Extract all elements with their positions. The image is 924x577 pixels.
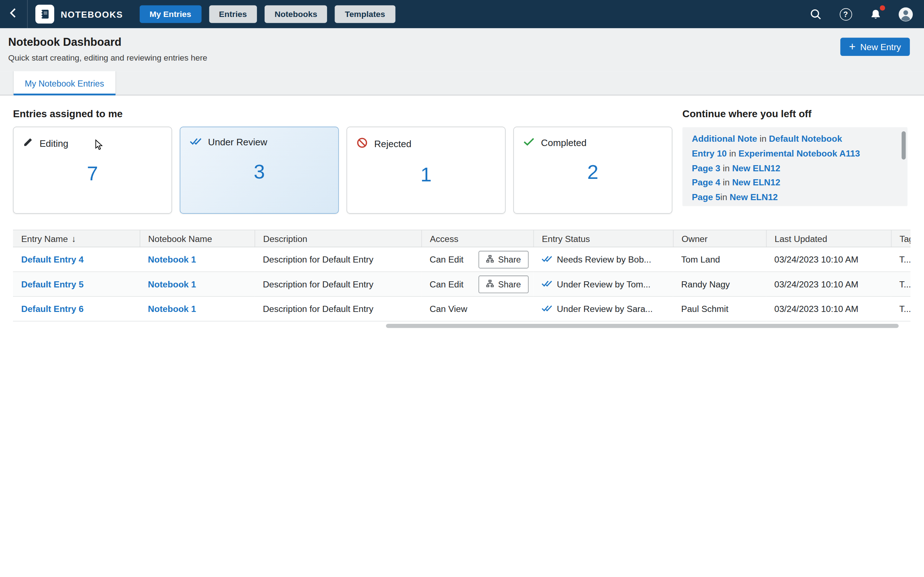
- share-icon: [486, 255, 494, 264]
- card-editing[interactable]: Editing 7: [13, 127, 172, 214]
- continue-notebook-link[interactable]: Default Notebook: [769, 134, 842, 144]
- panel-scrollbar-thumb[interactable]: [901, 131, 906, 160]
- card-completed-header: Completed: [523, 137, 662, 148]
- main-content: Entries assigned to me Editing 7: [0, 108, 924, 329]
- app-window: NOTEBOOKS My Entries Entries Notebooks T…: [0, 0, 924, 577]
- continue-item: Page 3 in New ELN12: [692, 161, 898, 176]
- continue-notebook-link[interactable]: Experimental Notebook A113: [738, 148, 860, 158]
- nav-tab-my-entries[interactable]: My Entries: [139, 5, 201, 23]
- navbar-tabs: My Entries Entries Notebooks Templates: [139, 5, 395, 23]
- page-subtitle: Quick start creating, editing and review…: [8, 53, 207, 62]
- notebook-app-icon: [36, 5, 54, 23]
- last-updated-cell: 03/24/2023 10:10 AM: [766, 297, 891, 321]
- column-header-tags[interactable]: Tags: [891, 230, 911, 247]
- review-status-icon: [541, 254, 552, 264]
- pencil-icon: [23, 137, 33, 149]
- continue-notebook-link[interactable]: New ELN12: [732, 177, 780, 187]
- continue-entry-link[interactable]: Additional Note: [692, 134, 757, 144]
- column-header-notebook-name[interactable]: Notebook Name: [140, 230, 254, 247]
- continue-section: Continue where you left off Additional N…: [683, 108, 908, 213]
- column-header-access[interactable]: Access: [421, 230, 533, 247]
- assigned-heading: Entries assigned to me: [13, 108, 672, 120]
- entry-status-text: Under Review by Tom...: [557, 279, 651, 289]
- check-icon: [523, 137, 535, 148]
- card-editing-header: Editing: [23, 137, 162, 149]
- continue-notebook-link[interactable]: New ELN12: [732, 163, 780, 173]
- card-completed[interactable]: Completed 2: [513, 127, 672, 214]
- page-header-text: Notebook Dashboard Quick start creating,…: [8, 36, 207, 62]
- column-header-description[interactable]: Description: [254, 230, 421, 247]
- search-icon[interactable]: [808, 6, 823, 22]
- continue-entry-link[interactable]: Page 5: [692, 192, 720, 202]
- nav-tab-entries[interactable]: Entries: [209, 5, 257, 23]
- nav-tab-templates[interactable]: Templates: [335, 5, 395, 23]
- page-title: Notebook Dashboard: [8, 36, 207, 49]
- status-cards: Editing 7 Under Review 3: [13, 127, 672, 214]
- continue-heading: Continue where you left off: [683, 108, 908, 120]
- entry-name-link[interactable]: Default Entry 5: [21, 279, 84, 289]
- continue-item: Additional Note in Default Notebook: [692, 132, 898, 147]
- access-level: Can View: [430, 304, 467, 314]
- access-level: Can Edit: [430, 254, 464, 264]
- notebook-name-link[interactable]: Notebook 1: [148, 254, 196, 264]
- share-label: Share: [498, 279, 521, 289]
- column-header-entry-status[interactable]: Entry Status: [533, 230, 673, 247]
- column-header-owner[interactable]: Owner: [673, 230, 766, 247]
- table-row: Default Entry 5 Notebook 1 Description f…: [13, 272, 911, 297]
- owner-cell: Randy Nagy: [673, 272, 766, 297]
- card-under-review-header: Under Review: [190, 137, 329, 148]
- horizontal-scrollbar-thumb[interactable]: [386, 324, 898, 328]
- continue-notebook-link[interactable]: New ELN12: [730, 192, 778, 202]
- entry-name-link[interactable]: Default Entry 4: [21, 254, 84, 264]
- continue-panel: Additional Note in Default Notebook Entr…: [683, 127, 908, 206]
- continue-entry-link[interactable]: Page 4: [692, 177, 720, 187]
- tags-cell: T...: [891, 247, 911, 272]
- card-editing-label: Editing: [39, 138, 68, 148]
- entry-name-header-label: Entry Name: [21, 233, 68, 243]
- share-button[interactable]: Share: [478, 275, 528, 293]
- help-glyph: ?: [843, 10, 848, 18]
- help-icon[interactable]: ?: [838, 6, 853, 22]
- review-status-icon: [541, 279, 552, 289]
- card-under-review-label: Under Review: [208, 137, 267, 148]
- notification-badge-dot: [880, 5, 885, 11]
- column-header-last-updated[interactable]: Last Updated: [766, 230, 891, 247]
- continue-connector: in: [720, 192, 730, 202]
- card-rejected[interactable]: Rejected 1: [347, 127, 506, 214]
- card-under-review-count: 3: [190, 160, 329, 183]
- description-cell: Description for Default Entry: [254, 297, 421, 321]
- navbar-actions: ?: [808, 6, 924, 22]
- entry-name-link[interactable]: Default Entry 6: [21, 304, 84, 314]
- card-under-review[interactable]: Under Review 3: [180, 127, 339, 214]
- tab-my-notebook-entries[interactable]: My Notebook Entries: [13, 71, 116, 95]
- last-updated-cell: 03/24/2023 10:10 AM: [766, 247, 891, 272]
- new-entry-button[interactable]: + New Entry: [840, 37, 910, 56]
- back-button[interactable]: [0, 0, 28, 28]
- owner-cell: Paul Schmit: [673, 297, 766, 321]
- notebook-name-link[interactable]: Notebook 1: [148, 279, 196, 289]
- plus-icon: +: [849, 41, 855, 52]
- entry-status-text: Under Review by Sara...: [557, 304, 653, 314]
- sort-desc-icon: ↓: [71, 233, 76, 243]
- description-cell: Description for Default Entry: [254, 247, 421, 272]
- continue-entry-link[interactable]: Entry 10: [692, 148, 727, 158]
- entry-status-text: Needs Review by Bob...: [557, 254, 651, 264]
- entries-table: Entry Name↓ Notebook Name Description Ac…: [13, 230, 911, 329]
- continue-item: Entry 10 in Experimental Notebook A113: [692, 147, 898, 161]
- continue-entry-link[interactable]: Page 3: [692, 163, 720, 173]
- double-check-icon: [190, 137, 202, 148]
- prohibited-icon: [357, 137, 368, 151]
- column-header-entry-name[interactable]: Entry Name↓: [13, 230, 140, 247]
- card-completed-label: Completed: [541, 137, 586, 148]
- user-avatar[interactable]: [898, 6, 913, 22]
- last-updated-cell: 03/24/2023 10:10 AM: [766, 272, 891, 297]
- notebook-name-link[interactable]: Notebook 1: [148, 304, 196, 314]
- page-header: Notebook Dashboard Quick start creating,…: [0, 28, 924, 71]
- continue-connector: in: [720, 163, 732, 173]
- table-row: Default Entry 4 Notebook 1 Description f…: [13, 247, 911, 272]
- brand-title: NOTEBOOKS: [61, 9, 123, 19]
- notifications-bell-icon[interactable]: [868, 6, 883, 22]
- nav-tab-notebooks[interactable]: Notebooks: [265, 5, 327, 23]
- share-button[interactable]: Share: [478, 251, 528, 268]
- access-level: Can Edit: [430, 279, 464, 289]
